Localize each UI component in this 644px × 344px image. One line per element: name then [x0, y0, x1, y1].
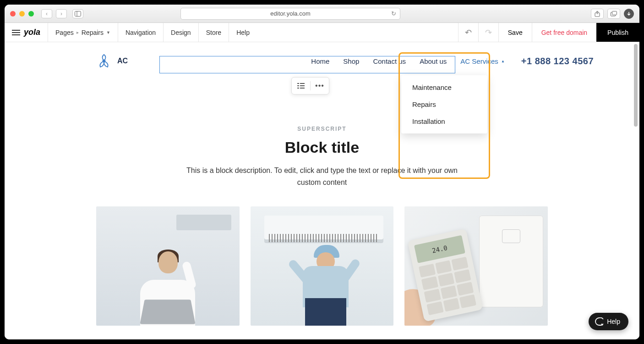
window-close-button[interactable] [10, 11, 16, 17]
editor-toolbar: yola Pages ▸ Repairs ▼ Navigation Design… [5, 23, 639, 42]
card-1[interactable] [96, 206, 240, 326]
undo-button[interactable]: ↶ [458, 23, 478, 42]
breadcrumb-separator-icon: ▸ [76, 30, 79, 35]
block-description[interactable]: This is a block description. To edit, cl… [175, 165, 469, 188]
card-1-image [96, 206, 240, 326]
svg-rect-8 [297, 85, 299, 86]
dropdown-repairs[interactable]: Repairs [401, 96, 487, 113]
window-maximize-button[interactable] [28, 11, 34, 17]
nav-services[interactable]: AC Services ▲ [460, 57, 504, 65]
save-button[interactable]: Save [498, 23, 532, 42]
dropdown-installation[interactable]: Installation [401, 113, 487, 130]
scrollbar[interactable] [633, 42, 639, 339]
navigation-tab[interactable]: Navigation [118, 23, 164, 42]
current-page-label: Repairs [82, 29, 104, 36]
block-title[interactable]: Block title [96, 139, 548, 156]
nav-home[interactable]: Home [311, 57, 329, 65]
browser-chrome: ‹ › editor.yola.com ↻ [5, 5, 639, 23]
url-bar[interactable]: editor.yola.com ↻ [180, 8, 400, 20]
tabs-icon [611, 11, 617, 17]
block-edit-toolbar: ••• [291, 77, 329, 94]
get-domain-button[interactable]: Get free domain [532, 23, 596, 42]
sidebar-toggle-button[interactable] [72, 9, 83, 18]
chat-icon [595, 317, 603, 326]
redo-button[interactable]: ↷ [478, 23, 498, 42]
list-settings-button[interactable] [295, 80, 307, 91]
pages-breadcrumb[interactable]: Pages ▸ Repairs ▼ [48, 23, 118, 42]
help-chat-button[interactable]: Help [589, 313, 628, 330]
card-2[interactable] [251, 206, 394, 326]
svg-rect-0 [75, 11, 81, 16]
hamburger-icon [12, 30, 20, 35]
phone-number[interactable]: +1 888 123 4567 [521, 56, 594, 67]
refresh-icon[interactable]: ↻ [391, 10, 396, 17]
help-tab[interactable]: Help [229, 23, 257, 42]
download-icon [627, 11, 631, 16]
pages-label: Pages [55, 29, 74, 36]
url-text: editor.yola.com [270, 10, 310, 17]
nav-about[interactable]: About us [420, 57, 447, 65]
svg-rect-11 [300, 88, 305, 89]
help-label: Help [607, 318, 620, 325]
yola-logo: yola [24, 28, 40, 37]
browser-back-button[interactable]: ‹ [41, 9, 52, 18]
cards-row: 24.0 [5, 188, 639, 326]
more-icon: ••• [315, 82, 324, 90]
downloads-button[interactable] [624, 9, 634, 19]
site-nav[interactable]: Home Shop Contact us About us AC Service… [311, 54, 504, 69]
logo-text: AC [117, 57, 128, 65]
share-icon [595, 11, 600, 17]
content-block[interactable]: SUPERSCRIPT Block title This is a block … [5, 80, 639, 188]
fan-logo-icon [96, 53, 112, 69]
share-button[interactable] [591, 9, 604, 19]
design-tab[interactable]: Design [164, 23, 199, 42]
menu-button[interactable]: yola [5, 23, 48, 42]
svg-rect-4 [612, 11, 617, 15]
dropdown-maintenance[interactable]: Maintenance [401, 79, 487, 96]
svg-rect-7 [300, 83, 305, 84]
more-options-button[interactable]: ••• [313, 80, 326, 91]
list-icon [297, 83, 305, 89]
site-logo[interactable]: AC [96, 53, 128, 69]
undo-icon: ↶ [465, 28, 472, 38]
services-dropdown: Maintenance Repairs Installation [401, 75, 487, 133]
redo-icon: ↷ [485, 28, 492, 38]
tabs-button[interactable] [607, 9, 620, 19]
window-minimize-button[interactable] [19, 11, 25, 17]
nav-shop[interactable]: Shop [343, 57, 359, 65]
store-tab[interactable]: Store [199, 23, 229, 42]
chevron-up-icon: ▲ [501, 59, 505, 63]
chevron-down-icon: ▼ [106, 30, 110, 35]
svg-rect-6 [297, 83, 299, 84]
browser-forward-button[interactable]: › [56, 9, 67, 18]
card-3[interactable]: 24.0 [404, 206, 548, 326]
site-header: AC Home Shop Contact us About us AC Serv… [5, 42, 639, 80]
sidebar-icon [75, 11, 81, 17]
svg-rect-10 [297, 88, 299, 89]
editor-canvas: AC Home Shop Contact us About us AC Serv… [5, 42, 639, 339]
nav-contact[interactable]: Contact us [373, 57, 406, 65]
card-3-image: 24.0 [404, 206, 548, 326]
publish-button[interactable]: Publish [596, 23, 639, 42]
svg-rect-9 [300, 85, 305, 86]
card-2-image [251, 206, 394, 326]
